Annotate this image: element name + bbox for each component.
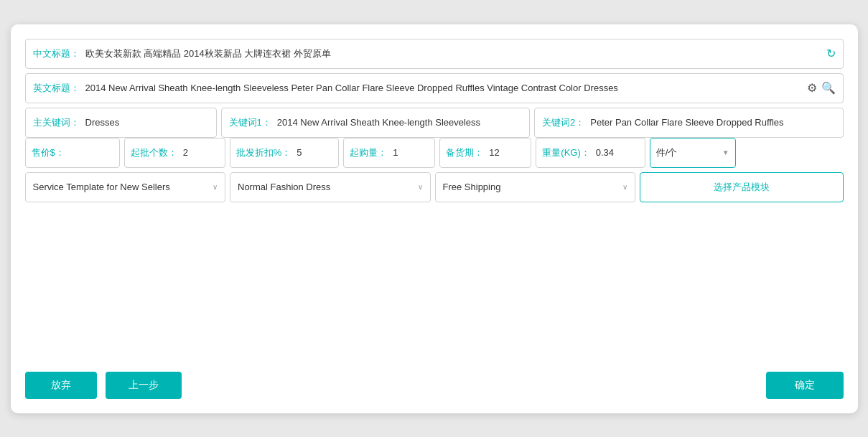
- min-batch-box: 起批个数：: [124, 138, 225, 168]
- keywords-row: 主关键词： 关键词1： 关键词2：: [25, 108, 844, 138]
- weight-input[interactable]: [596, 147, 639, 158]
- unit-dropdown-arrow: ▼: [722, 149, 729, 156]
- price-label: 售价$：: [32, 146, 65, 159]
- discount-label: 批发折扣%：: [236, 146, 291, 159]
- service-template-arrow: ∨: [213, 183, 218, 191]
- discount-input[interactable]: [297, 147, 332, 158]
- search-icon[interactable]: 🔍: [821, 81, 836, 95]
- select-product-button[interactable]: 选择产品模块: [640, 172, 844, 202]
- service-template-box: Service Template for New Sellers ∨: [25, 172, 226, 202]
- keyword1-box: 关键词1：: [221, 108, 530, 138]
- keyword2-input[interactable]: [590, 117, 835, 128]
- footer-left-buttons: 放弃 上一步: [25, 372, 182, 399]
- unit-box: 件/个 套 条 ▼: [650, 138, 736, 168]
- service-template-select[interactable]: Service Template for New Sellers: [33, 182, 210, 192]
- price-box: 售价$：: [25, 138, 120, 168]
- min-batch-label: 起批个数：: [131, 146, 177, 159]
- en-title-label: 英文标题：: [33, 82, 80, 95]
- product-type-box: Normal Fashion Dress ∨: [230, 172, 431, 202]
- min-order-input[interactable]: [393, 147, 429, 158]
- keyword1-label: 关键词1：: [229, 116, 271, 129]
- spacer: [25, 207, 844, 350]
- keyword2-box: 关键词2：: [534, 108, 843, 138]
- stock-label: 备货期：: [446, 146, 483, 159]
- prev-button[interactable]: 上一步: [106, 372, 182, 399]
- min-order-label: 起购量：: [350, 146, 387, 159]
- price-row: 售价$： 起批个数： 批发折扣%： 起购量： 备货期： 重量(KG)： 件/个 …: [25, 138, 844, 168]
- main-keyword-label: 主关键词：: [33, 116, 80, 129]
- main-keyword-box: 主关键词：: [25, 108, 217, 138]
- weight-box: 重量(KG)：: [536, 138, 645, 168]
- shipping-arrow: ∨: [622, 183, 627, 191]
- cn-title-row: 中文标题： ↻: [25, 39, 844, 69]
- shipping-select[interactable]: Free Shipping: [443, 182, 620, 192]
- keyword1-input[interactable]: [277, 117, 522, 128]
- min-order-box: 起购量：: [343, 138, 435, 168]
- dialog-container: 中文标题： ↻ 英文标题： ⚙ 🔍 主关键词： 关键词1： 关键词2： 售价$：: [11, 24, 858, 413]
- dropdown-row: Service Template for New Sellers ∨ Norma…: [25, 172, 844, 202]
- price-input[interactable]: [70, 147, 113, 158]
- product-type-select[interactable]: Normal Fashion Dress: [238, 182, 415, 192]
- shipping-box: Free Shipping ∨: [435, 172, 636, 202]
- weight-label: 重量(KG)：: [542, 146, 589, 159]
- en-title-input[interactable]: [85, 83, 801, 93]
- settings-icon[interactable]: ⚙: [807, 81, 817, 95]
- refresh-icon[interactable]: ↻: [826, 47, 836, 60]
- cn-title-input[interactable]: [85, 48, 821, 59]
- en-title-row: 英文标题： ⚙ 🔍: [25, 73, 844, 103]
- product-type-arrow: ∨: [418, 183, 423, 191]
- footer: 放弃 上一步 确定: [25, 365, 844, 399]
- stock-input[interactable]: [489, 147, 525, 158]
- min-batch-input[interactable]: [183, 147, 219, 158]
- main-keyword-input[interactable]: [85, 117, 209, 128]
- unit-select[interactable]: 件/个 套 条: [656, 147, 719, 158]
- discount-box: 批发折扣%：: [230, 138, 340, 168]
- stock-box: 备货期：: [439, 138, 531, 168]
- confirm-button[interactable]: 确定: [766, 372, 844, 399]
- cn-title-label: 中文标题：: [33, 47, 80, 60]
- keyword2-label: 关键词2：: [542, 116, 584, 129]
- abandon-button[interactable]: 放弃: [25, 372, 97, 399]
